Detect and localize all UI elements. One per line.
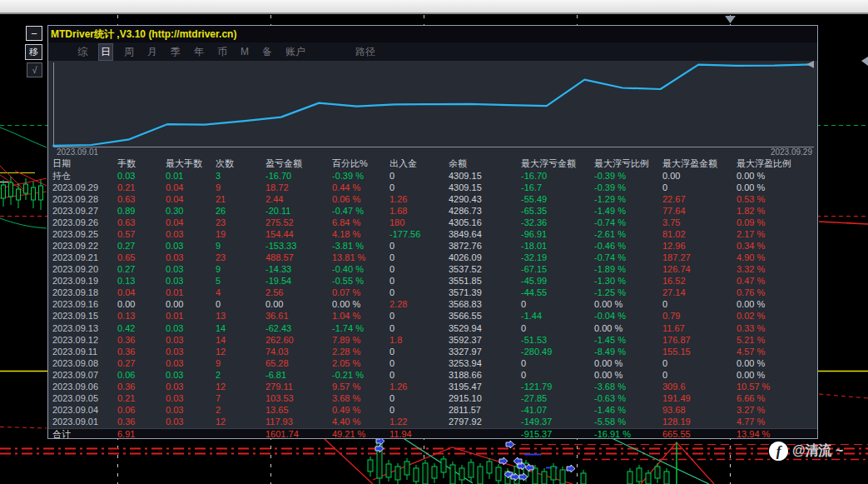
- row-value: 309.6: [662, 382, 737, 392]
- row-date-label: 2023.09.25: [52, 230, 117, 239]
- row-value: -1.74 %: [332, 324, 389, 333]
- row-value: -44.55: [521, 288, 594, 297]
- table-row[interactable]: 2023.09.270.890.3026-20.11-0.47 %1.68428…: [48, 205, 817, 217]
- table-total-row[interactable]: 合计6.911601.7449.21 %11.94-915.37-16.91 %…: [48, 428, 817, 438]
- row-value: -1.89 %: [594, 265, 662, 274]
- row-value: -96.91: [521, 230, 594, 239]
- column-header: 日期: [52, 159, 117, 168]
- row-value: 0.03: [166, 382, 216, 392]
- row-value: 12: [216, 347, 265, 357]
- table-row[interactable]: 2023.09.070.060.032-6.81-0.21 %03188.660…: [48, 369, 817, 381]
- row-value: 0: [521, 359, 594, 368]
- table-row[interactable]: 2023.09.110.360.031274.032.28 %03327.97-…: [48, 346, 817, 357]
- row-value: 0: [389, 347, 449, 357]
- table-header-row: 日期手数最大手数次数盈亏金额百分比%出入金余额最大浮亏金额最大浮亏比例最大浮盈金…: [48, 157, 817, 170]
- row-value: -45.99: [521, 277, 594, 286]
- row-value: 4026.09: [449, 253, 521, 262]
- row-value: 0.76 %: [737, 288, 817, 297]
- row-value: -0.63 %: [594, 394, 662, 403]
- move-button[interactable]: 移: [25, 44, 42, 60]
- check-button[interactable]: √: [27, 62, 42, 77]
- row-value: 14: [216, 324, 265, 333]
- row-value: 0.00 %: [594, 359, 662, 368]
- watermark-logo-icon: f: [769, 442, 788, 461]
- tab-综[interactable]: 综: [76, 44, 89, 60]
- row-value: -121.79: [521, 382, 594, 392]
- tab-年[interactable]: 年: [192, 44, 206, 60]
- row-value: -153.33: [265, 242, 332, 251]
- row-date-label: 2023.09.06: [52, 382, 117, 392]
- row-value: 0.21: [117, 394, 166, 403]
- row-value: -149.37: [521, 417, 594, 427]
- table-row[interactable]: 2023.09.160.000.0000.000.00 %2.283568.83…: [48, 299, 817, 311]
- table-row[interactable]: 2023.09.060.360.0312279.119.57 %1.263195…: [48, 381, 817, 392]
- row-value: 128.19: [662, 417, 737, 427]
- table-row[interactable]: 持仓0.030.013-16.70-0.39 %04309.15-16.70-0…: [48, 170, 817, 182]
- row-value: 0.06 %: [332, 195, 389, 204]
- table-row[interactable]: 2023.09.290.210.04918.720.44 %04309.15-1…: [48, 182, 817, 193]
- row-value: 0.36: [117, 417, 166, 427]
- row-value: 21: [216, 195, 265, 204]
- tab-备[interactable]: 备: [260, 44, 274, 60]
- row-value: 0.06: [117, 406, 166, 415]
- row-value: 3566.55: [449, 312, 521, 321]
- row-value: -0.40 %: [332, 265, 389, 274]
- row-value: 0.00 %: [737, 359, 817, 368]
- chart-marker-down-triangle-icon: [725, 16, 736, 23]
- watermark-handle: @清流 ~: [792, 442, 843, 460]
- table-row[interactable]: 2023.09.200.270.039-14.33-0.40 %03537.52…: [48, 264, 817, 276]
- row-value: 3571.39: [449, 288, 521, 297]
- row-value: 0.03: [166, 265, 216, 274]
- left-chart-fragment: [0, 127, 47, 228]
- row-value: 11.67: [662, 324, 737, 333]
- tab-账户[interactable]: 账户: [284, 44, 307, 60]
- table-row[interactable]: 2023.09.040.060.03213.650.49 %02811.57-4…: [48, 405, 817, 417]
- row-value: 3537.52: [449, 265, 521, 274]
- row-value: 0.00: [166, 300, 216, 309]
- tab-币[interactable]: 币: [216, 44, 229, 60]
- tab-日[interactable]: 日: [99, 44, 112, 60]
- table-row[interactable]: 2023.09.130.420.0314-62.43-1.74 %03529.9…: [48, 322, 817, 334]
- table-row[interactable]: 2023.09.250.570.0319154.444.18 %-177.563…: [48, 228, 817, 240]
- row-date-label: 2023.09.21: [52, 253, 117, 262]
- table-row[interactable]: 2023.09.210.650.0323488.5713.81 %04026.0…: [48, 252, 817, 264]
- row-value: 74.03: [265, 347, 332, 357]
- table-row[interactable]: 2023.09.050.210.037103.533.68 %02915.10-…: [48, 392, 817, 404]
- row-value: 0: [389, 253, 449, 262]
- tab-M[interactable]: M: [239, 45, 250, 58]
- curve-end-marker-icon: [806, 61, 814, 68]
- row-value: 16.52: [662, 277, 737, 286]
- row-value: -1.30 %: [594, 277, 662, 286]
- table-row[interactable]: 2023.09.260.630.0423275.526.84 %1804305.…: [48, 217, 817, 228]
- row-value: 4290.43: [449, 195, 521, 204]
- row-value: 0.06: [117, 371, 166, 380]
- tab-月[interactable]: 月: [146, 44, 159, 60]
- row-value: 23: [216, 218, 265, 227]
- table-row[interactable]: 2023.09.220.270.039-153.33-3.81 %03872.7…: [48, 240, 817, 252]
- row-value: 488.57: [265, 253, 332, 262]
- minimize-button[interactable]: −: [26, 26, 42, 41]
- row-value: 0.65: [117, 253, 166, 262]
- row-value: 3: [216, 172, 265, 181]
- tab-季[interactable]: 季: [169, 44, 182, 60]
- table-row[interactable]: 2023.09.190.130.035-19.54-0.55 %03551.85…: [48, 276, 817, 287]
- row-value: 0.04: [117, 288, 166, 297]
- table-row[interactable]: 2023.09.010.360.0312117.934.40 %1.222797…: [48, 417, 817, 428]
- table-row[interactable]: 2023.09.280.630.04212.440.06 %1.264290.4…: [48, 193, 817, 205]
- table-row[interactable]: 2023.09.120.360.0314262.607.89 %1.83592.…: [48, 334, 817, 346]
- tab-周[interactable]: 周: [122, 44, 136, 60]
- row-value: 1.8: [389, 336, 449, 345]
- tab-路径[interactable]: 路径: [354, 44, 377, 60]
- row-date-label: 2023.09.19: [52, 277, 117, 286]
- row-value: 0.03: [166, 394, 216, 403]
- row-value: 0.04: [166, 195, 216, 204]
- table-row[interactable]: 2023.09.180.040.0142.560.07 %03571.39-44…: [48, 287, 817, 299]
- table-row[interactable]: 2023.09.080.270.03965.282.05 %03253.9400…: [48, 357, 817, 369]
- row-value: 0.36: [117, 382, 166, 392]
- row-value: 0.04: [166, 183, 216, 192]
- row-value: 0: [389, 324, 449, 333]
- panel-titlebar[interactable]: MTDriver统计 ,V3.10 (http://mtdriver.cn): [48, 26, 817, 42]
- row-value: 1.26: [389, 195, 449, 204]
- watermark: f @清流 ~: [769, 442, 843, 461]
- table-row[interactable]: 2023.09.150.130.011336.611.04 %03566.55-…: [48, 311, 817, 322]
